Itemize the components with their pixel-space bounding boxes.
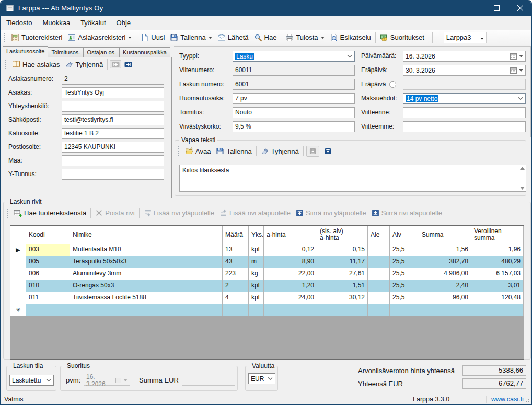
website-link[interactable]: www.casi.fi	[491, 396, 524, 403]
asiakas-field[interactable]: TestiYritys Oyj	[62, 87, 164, 98]
maksuehdot-combobox[interactable]: 14 pv netto	[403, 93, 526, 104]
grid-new-row-selector[interactable]: ✳	[10, 304, 26, 316]
sahkoposti-field[interactable]: testi@testiyritys.fi	[62, 114, 164, 125]
menu-muokkaa[interactable]: Muokkaa	[37, 16, 75, 30]
erapaiva-checkbox[interactable]	[389, 81, 396, 88]
grid-cell[interactable]	[390, 304, 419, 316]
grid-col-header[interactable]: Alv	[390, 226, 419, 244]
minimize-button[interactable]	[461, 0, 485, 16]
grid-cell[interactable]: 25,5	[390, 244, 419, 256]
maximize-button[interactable]	[485, 0, 508, 16]
grid-cell[interactable]: Mutterilaatta M10	[70, 244, 223, 256]
siirra-rivi-ylapuolelle-button[interactable]: Siirrä rivi yläpuolelle	[293, 208, 369, 218]
grid-row-selector[interactable]: ▶	[10, 244, 26, 256]
chevron-down-icon[interactable]	[209, 36, 212, 39]
move-text-down-button[interactable]	[306, 146, 319, 157]
grid-cell[interactable]: 1,56	[419, 244, 471, 256]
grid-cell[interactable]	[368, 292, 390, 304]
grid-cell[interactable]: 0,12	[264, 244, 317, 256]
grid-cell[interactable]: Alumiinilevy 3mm	[70, 268, 223, 280]
grid-cell[interactable]: 24,00	[264, 292, 317, 304]
menu-ohje[interactable]: Ohje	[111, 16, 136, 30]
grid-cell[interactable]	[317, 304, 368, 316]
menu-tiedosto[interactable]: Tiedosto	[1, 16, 37, 30]
grid-cell[interactable]: 96,00	[419, 292, 471, 304]
grid-cell[interactable]: 27,61	[317, 268, 368, 280]
grid-cell[interactable]	[368, 268, 390, 280]
postiosoite-field[interactable]: 12345 KAUPUNKI	[62, 142, 164, 153]
viivastyskorko-field[interactable]: 9,5 %	[233, 121, 355, 132]
grid-cell[interactable]	[26, 304, 70, 316]
grid-row-selector[interactable]	[10, 280, 26, 292]
grid-cell[interactable]: 25,5	[390, 292, 419, 304]
ytunnus-field[interactable]	[62, 169, 164, 180]
grid-cell[interactable]	[368, 280, 390, 292]
laskun-tila-combobox[interactable]: Laskutettu	[9, 375, 54, 386]
esikatselu-button[interactable]: Esikatselu	[327, 32, 374, 43]
viitteenne-field[interactable]	[403, 107, 526, 118]
grid-cell[interactable]: 25,5	[390, 268, 419, 280]
grid-cell[interactable]: 1,20	[264, 280, 317, 292]
suoritukset-button[interactable]: Suoritukset	[377, 32, 427, 43]
free-text-scrollbar[interactable]	[518, 165, 526, 191]
grid-cell[interactable]: 4	[223, 292, 249, 304]
grid-cell[interactable]: 30,12	[317, 292, 368, 304]
grid-cell[interactable]: 2	[223, 280, 249, 292]
grid-cell[interactable]: 005	[26, 256, 70, 268]
grid-cell[interactable]: 3,01	[471, 280, 524, 292]
siirra-rivi-alapuolelle-button[interactable]: Siirrä rivi alapuolelle	[369, 208, 445, 218]
tyyppi-combobox[interactable]: Lasku	[233, 51, 355, 62]
grid-cell[interactable]	[419, 304, 471, 316]
tab-toimitusosoite[interactable]: Toimitusos.	[48, 47, 84, 57]
lisaa-rivi-alapuolelle-button[interactable]: Lisää rivi alapuolelle	[217, 208, 293, 218]
grid-row-selector[interactable]	[10, 256, 26, 268]
grid-col-header[interactable]: Nimike	[70, 226, 223, 244]
grid-cell[interactable]: kpl	[249, 244, 264, 256]
grid-cell[interactable]: 25,5	[390, 256, 419, 268]
menu-tyokalut[interactable]: Työkalut	[75, 16, 111, 30]
asiakasnumero-field[interactable]: 2	[62, 74, 164, 85]
avaa-button[interactable]: Avaa	[182, 146, 213, 156]
grid-cell[interactable]: kpl	[249, 292, 264, 304]
grid-col-header[interactable]: Verollinen summa	[471, 226, 524, 244]
grid-cell[interactable]	[368, 256, 390, 268]
grid-cell[interactable]: 11,17	[317, 256, 368, 268]
grid-cell[interactable]: 010	[26, 280, 70, 292]
grid-cell[interactable]: 480,29	[471, 256, 524, 268]
paivamaara-datepicker[interactable]: 16. 3.2026	[403, 51, 526, 62]
tab-kustannuspaikka[interactable]: Kustannuspaikka	[119, 47, 170, 57]
grid-cell[interactable]: 2,40	[419, 280, 471, 292]
free-text-area[interactable]: Kiitos tilauksesta	[179, 165, 526, 192]
grid-row-selector[interactable]	[10, 292, 26, 304]
hae-button[interactable]: Hae	[251, 32, 280, 43]
resize-grip-icon[interactable]	[525, 398, 530, 403]
asiakasrekisteri-button[interactable]: Asiakasrekisteri	[65, 32, 134, 43]
grid-cell[interactable]: 1,51	[317, 280, 368, 292]
viitenumero-field[interactable]: 60011	[233, 65, 355, 76]
grid-cell[interactable]: 13	[223, 244, 249, 256]
move-text-up-button[interactable]	[321, 146, 334, 157]
grid-cell[interactable]	[368, 244, 390, 256]
grid-col-header[interactable]: Määrä	[223, 226, 249, 244]
toimitus-field[interactable]: Nouto	[233, 107, 355, 118]
grid-cell[interactable]	[471, 304, 524, 316]
grid-cell[interactable]: 0,15	[317, 244, 368, 256]
tyhjenna-asiakas-button[interactable]: Tyhjennä	[63, 59, 106, 70]
maa-field[interactable]	[62, 155, 164, 166]
tulosta-button[interactable]: Tulosta	[283, 32, 327, 43]
tallenna-button[interactable]: Tallenna	[167, 32, 214, 43]
hae-asiakas-button[interactable]: Hae asiakas	[9, 59, 63, 70]
grid-cell[interactable]: 011	[26, 292, 70, 304]
tab-ostajan-osoite[interactable]: Ostajan os.	[83, 47, 120, 57]
erapaiva-datepicker[interactable]: 30. 3.2026	[403, 65, 526, 76]
tab-laskutusosoite[interactable]: Laskutusosoite	[3, 46, 48, 57]
grid-col-header[interactable]: Summa	[419, 226, 471, 244]
tuoterekisteri-button[interactable]: Tuoterekisteri	[8, 32, 65, 43]
grid-cell[interactable]: 25,5	[390, 280, 419, 292]
grid-col-header[interactable]: a-hinta	[264, 226, 317, 244]
grid-cell[interactable]: 223	[223, 268, 249, 280]
grid-cell[interactable]: 382,70	[419, 256, 471, 268]
grid-col-header[interactable]: (sis. alv) a-hinta	[317, 226, 368, 244]
grid-col-header[interactable]: Yks.	[249, 226, 264, 244]
grid-cell[interactable]: 22,00	[264, 268, 317, 280]
